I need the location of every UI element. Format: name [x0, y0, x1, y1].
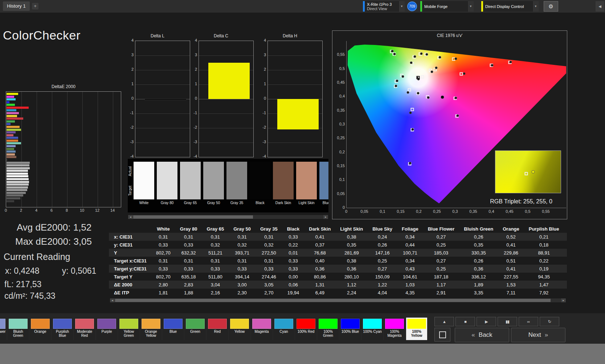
chevron-down-icon[interactable]: ▼ — [467, 1, 474, 12]
square-pattern-button[interactable] — [434, 328, 450, 342]
table-cell: 0,52 — [498, 233, 524, 241]
column-header: Light Skin — [335, 225, 368, 233]
patch-button-purplish-blue[interactable]: Purplish Blue — [52, 318, 73, 340]
measured-marker-orange — [455, 57, 457, 60]
delta-h-plot — [267, 41, 323, 157]
patch-button-orange-yellow[interactable]: Orange Yellow — [140, 318, 162, 340]
table-cell: 511,21 — [202, 249, 229, 257]
chevron-down-icon[interactable]: ▼ — [532, 1, 539, 12]
patch-button-red[interactable]: Red — [207, 318, 228, 340]
deltae-bar — [7, 173, 28, 175]
back-button[interactable]: « Back — [455, 328, 509, 342]
swatch-black[interactable] — [250, 162, 270, 199]
patch-button-100-green[interactable]: 100% Green — [318, 318, 339, 340]
measured-marker-100-blue — [409, 162, 412, 165]
patch-button-green[interactable]: Green — [185, 318, 206, 340]
display-control-dropdown[interactable]: Direct Display Control ▼ — [481, 1, 539, 12]
scrollbar-thumb[interactable] — [133, 215, 253, 219]
patch-button-purple[interactable]: Purple — [96, 318, 117, 340]
swatch-gray-50[interactable] — [203, 162, 224, 199]
table-cell: 1,22 — [368, 281, 397, 289]
patch-swatch — [297, 319, 315, 329]
axis-tick-label: 2 — [257, 67, 266, 71]
table-cell: 19,94 — [282, 289, 304, 297]
patch-swatch — [230, 319, 249, 329]
actual-row-label: Actual — [128, 162, 132, 181]
source-dropdown[interactable]: Mobile Forge ▼ — [420, 1, 474, 12]
axis-tick-label: 0,15 — [333, 164, 345, 168]
add-tab-button[interactable]: + — [32, 3, 38, 9]
patch-button-100-yellow[interactable]: 100% Yellow — [406, 318, 427, 340]
meter-dropdown[interactable]: X-Rite i1Pro 3 Direct View ▼ — [363, 1, 405, 12]
chevron-down-icon[interactable]: ▼ — [398, 1, 405, 12]
patch-button-moderate-red[interactable]: Moderate Red — [74, 318, 95, 340]
axis-tick-label: 0,35 — [333, 108, 345, 112]
table-row: Target Y802,70635,18511,80394,14274,460,… — [109, 273, 567, 281]
axis-tick-label: 0,05 — [333, 191, 345, 196]
table-cell: 0,38 — [335, 233, 368, 241]
patch-button-cyan[interactable]: Cyan — [273, 318, 294, 340]
swatch-gray-35[interactable] — [226, 162, 247, 199]
table-cell: 0,27 — [423, 233, 459, 241]
patch-button-magenta[interactable]: Magenta — [251, 318, 272, 340]
repeat-button[interactable]: ↻ — [540, 317, 559, 326]
table-cell: 0,01 — [282, 249, 304, 257]
deltae-bar — [7, 194, 23, 197]
table-cell: 0,33 — [175, 241, 202, 249]
table-cell: 0,33 — [282, 265, 304, 273]
stop-button[interactable]: ■ — [455, 317, 475, 326]
axis-tick-label: 0,25 — [333, 136, 345, 140]
swatch-blue-sky[interactable] — [319, 162, 328, 199]
swatch-gray-80[interactable] — [157, 162, 177, 199]
patch-swatch — [363, 319, 382, 329]
patch-button-blue-flower[interactable]: Blue Flower — [0, 318, 7, 340]
table-cell: 0,44 — [397, 241, 423, 249]
patch-button-orange[interactable]: Orange — [30, 318, 51, 340]
scroll-left-icon[interactable]: ◄ — [110, 298, 115, 302]
table-cell: 0,36 — [304, 265, 335, 273]
patch-button-100-magenta[interactable]: 100% Magenta — [384, 318, 405, 340]
swatch-light-skin[interactable] — [296, 162, 317, 199]
table-cell: 0,00 — [282, 273, 304, 281]
patch-button-100-red[interactable]: 100% Red — [295, 318, 316, 340]
measured-marker-orange-yellow — [439, 56, 441, 59]
source-label: Mobile Forge — [424, 4, 465, 9]
scroll-left-icon[interactable]: ◄ — [128, 215, 133, 219]
chart-title: CIE 1976 u'v' — [332, 33, 567, 38]
delta-bar — [277, 99, 319, 129]
swatch-gray-65[interactable] — [180, 162, 201, 199]
axis-tick-label: 0,45 — [504, 209, 515, 214]
column-header: Gray 80 — [175, 225, 202, 233]
tab-history-1[interactable]: History 1 — [3, 1, 30, 11]
next-button[interactable]: Next » — [511, 328, 565, 342]
cie-zoom-inset — [495, 150, 561, 193]
gear-icon[interactable]: ⚙ — [544, 1, 558, 12]
patch-label: Bluish Green — [8, 330, 29, 338]
table-cell: 0,33 — [229, 265, 256, 273]
measured-marker-yellow — [426, 53, 428, 55]
patch-button-100-cyan[interactable]: 100% Cyan — [362, 318, 383, 340]
patch-button-100-blue[interactable]: 100% Blue — [340, 318, 361, 340]
play-button[interactable]: ▶ — [477, 317, 496, 326]
patch-button-yellow-green[interactable]: Yellow Green — [118, 318, 139, 340]
swatch-dark-skin[interactable] — [273, 162, 294, 199]
swatch-white[interactable] — [134, 162, 154, 199]
deltae2000-chart: DeltaE 2000 02468101214 — [5, 84, 122, 215]
patch-button-bluish-green[interactable]: Bluish Green — [8, 318, 29, 340]
table-cell: 0,43 — [397, 265, 423, 273]
swatch-scrollbar[interactable]: ◄ ► — [128, 215, 328, 219]
collapse-panel-icon[interactable]: ◀ — [596, 1, 604, 12]
continuous-button[interactable]: ∞ — [519, 317, 538, 326]
scroll-right-icon[interactable]: ► — [323, 215, 328, 219]
table-cell: 94,35 — [524, 273, 564, 281]
scroll-right-icon[interactable]: ► — [561, 298, 566, 302]
patch-button-yellow[interactable]: Yellow — [229, 318, 250, 340]
scrollbar-thumb[interactable] — [115, 299, 551, 302]
eject-button[interactable]: ▲ — [434, 317, 454, 326]
measured-marker-red — [491, 64, 494, 66]
pause-button[interactable]: ▮▮ — [498, 317, 517, 326]
patch-button-blue[interactable]: Blue — [163, 318, 184, 340]
patch-label: 100% Cyan — [362, 330, 383, 338]
table-cell: 2,30 — [229, 289, 256, 297]
table-scrollbar[interactable]: ◄ ► — [110, 298, 566, 303]
